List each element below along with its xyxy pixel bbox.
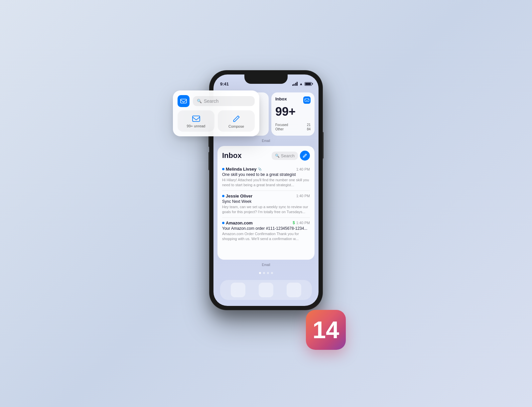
email-sender-1: Jessie Oliver (222, 194, 252, 199)
floating-search-text: Search (204, 98, 218, 104)
email-header-2: Amazon.com $ 1:40 PM (222, 220, 310, 225)
page-dots (217, 270, 315, 276)
focused-row: Focused 21 (275, 123, 311, 127)
notch (244, 74, 288, 84)
attachment-icon-0: 📎 (258, 167, 262, 171)
mail-app-widget[interactable]: Inbox 🔍 Search (217, 146, 315, 260)
other-count: 84 (307, 127, 311, 131)
ios14-badge: 14 (306, 310, 346, 350)
email-item-0[interactable]: Melinda Livsey 📎 1:40 PM One skill you n… (222, 164, 310, 191)
wifi-icon: ▲ (299, 82, 303, 86)
email-sender-2: Amazon.com (222, 220, 253, 225)
svg-rect-0 (181, 99, 187, 103)
unread-action-label: 99+ unread (187, 124, 205, 128)
email-sender-0: Melinda Livsey 📎 (222, 167, 262, 172)
page-dot-1 (263, 272, 265, 274)
email-item-2[interactable]: Amazon.com $ 1:40 PM Your Amazon.com ord… (222, 218, 310, 244)
battery-icon (305, 82, 312, 86)
dock-item-2[interactable] (259, 283, 273, 297)
email-preview-0: Hi Hilary! Attached you'll find the numb… (222, 178, 310, 188)
email-header-0: Melinda Livsey 📎 1:40 PM (222, 167, 310, 172)
top-widget-email-label: Email (217, 138, 315, 143)
amazon-dollar-icon: $ (293, 220, 295, 225)
dock (220, 280, 312, 300)
floating-email-widget: 🔍 Search 99+ unread Compose (173, 90, 259, 136)
dock-item-1[interactable] (231, 283, 245, 297)
other-label: Other (275, 127, 284, 131)
inbox-widget-header: Inbox (275, 96, 311, 104)
email-time-1: 1:40 PM (296, 194, 310, 198)
compose-action-label: Compose (228, 124, 244, 128)
svg-rect-2 (305, 99, 309, 102)
search-icon: 🔍 (197, 99, 202, 103)
mail-search-icon: 🔍 (275, 154, 280, 158)
signal-icon (292, 82, 298, 86)
floating-search-bar[interactable]: 🔍 Search (193, 96, 255, 106)
email-subject-0: One skill you need to be a great strateg… (222, 172, 310, 177)
focused-count: 21 (307, 123, 311, 127)
volume-down-button (208, 152, 210, 170)
mail-search-button[interactable]: 🔍 Search (272, 152, 298, 160)
email-subject-1: Sync Next Week (222, 199, 310, 204)
status-time: 9:41 (220, 81, 229, 86)
email-item-1[interactable]: Jessie Oliver 1:40 PM Sync Next Week Hey… (222, 191, 310, 218)
email-subject-2: Your Amazon.com order #111-12345678-1234… (222, 226, 310, 231)
email-preview-2: Amazon.com Order Confirmation Thank you … (222, 231, 310, 242)
page-dot-2 (267, 272, 269, 274)
inbox-widget-title: Inbox (275, 96, 287, 101)
scene: 🔍 Search 99+ unread Compose (196, 54, 336, 353)
mail-search-label: Search (281, 153, 295, 158)
email-preview-1: Hey team, can we set up a weekly sync to… (222, 204, 310, 215)
email-time-0: 1:40 PM (296, 167, 310, 171)
inbox-count-widget[interactable]: Inbox 99+ Focused (271, 92, 315, 136)
power-button (322, 132, 324, 159)
unread-dot-2 (222, 222, 224, 224)
other-row: Other 84 (275, 127, 311, 131)
dock-item-3[interactable] (287, 283, 301, 297)
inbox-breakdown: Focused 21 Other 84 (275, 123, 311, 132)
floating-mail-icon (178, 95, 190, 107)
unread-dot-1 (222, 195, 224, 197)
unread-dot-0 (222, 168, 224, 170)
page-dot-3 (271, 272, 273, 274)
floating-widget-actions: 99+ unread Compose (178, 110, 255, 132)
email-time-2: 1:40 PM (296, 221, 310, 225)
mail-app-title: Inbox (222, 151, 242, 160)
compose-action-button[interactable]: Compose (218, 110, 255, 132)
ios14-number: 14 (313, 318, 339, 342)
unread-action-button[interactable]: 99+ unread (178, 110, 214, 132)
bottom-widget-email-label: Email (217, 262, 315, 267)
compose-button[interactable] (300, 151, 310, 161)
email-header-1: Jessie Oliver 1:40 PM (222, 194, 310, 199)
inbox-count-number: 99+ (275, 105, 311, 118)
inbox-mail-icon (303, 96, 311, 104)
focused-label: Focused (275, 123, 288, 127)
svg-rect-1 (193, 116, 200, 122)
mail-app-header: Inbox 🔍 Search (222, 151, 310, 161)
status-icons: ▲ (292, 82, 312, 86)
page-dot-0 (259, 272, 261, 274)
floating-widget-top: 🔍 Search (178, 95, 255, 107)
